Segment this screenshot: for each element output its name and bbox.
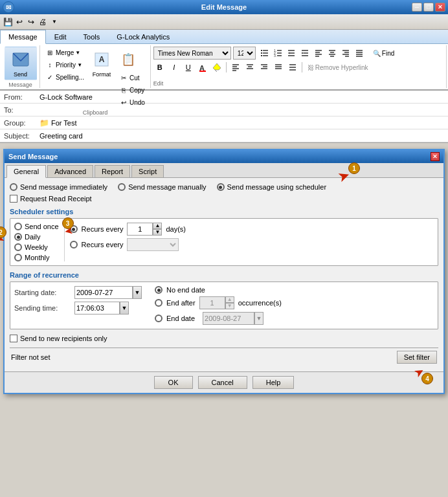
recurs-every2-select[interactable] [127,238,179,251]
highlight-button[interactable] [210,61,223,74]
qa-undo-icon[interactable]: ↩ [14,17,25,27]
monthly-option[interactable]: Monthly [14,254,59,261]
read-receipt-checkbox[interactable] [10,195,17,203]
qa-save-icon[interactable]: 💾 [3,17,13,27]
end-after-input[interactable]: 1 [199,296,225,309]
cut-button[interactable]: ✂ Cut [117,72,148,83]
tab-report[interactable]: Report [95,165,130,177]
list-unordered-button[interactable] [258,47,271,60]
format-button[interactable]: A Format [89,47,115,80]
remove-hyperlink-button[interactable]: ⛓ Remove Hyperlink [305,63,371,72]
daily-radio[interactable] [14,233,22,241]
end-date-dropdown[interactable]: ▼ [254,312,263,325]
to-input[interactable] [39,106,444,114]
starting-date-control: ▼ [74,286,142,299]
font-color-button[interactable]: A [196,61,209,74]
recurs-every-up[interactable]: ▲ [153,223,162,229]
recurs-every-spin-buttons: ▲ ▼ [153,223,162,236]
align-left-button[interactable] [312,47,325,60]
merge-button[interactable]: ⊞ Merge ▼ [43,47,87,58]
end-date-row: End date ▼ [155,312,282,325]
set-filter-button[interactable]: Set filter [397,351,437,364]
help-button[interactable]: Help [252,376,295,389]
range-box: Starting date: ▼ Sending time: ▼ [10,282,438,329]
underline-button[interactable]: U [182,61,195,74]
font-size-select[interactable]: 12 [233,47,256,60]
end-after-radio[interactable] [155,299,162,307]
send-new-recipients-option[interactable]: Send to new recipients only [10,335,438,342]
recurs-every2-radio[interactable] [70,241,78,248]
send-immediately-radio[interactable] [10,183,17,191]
recurs-every-unit: day(s) [166,225,186,233]
weekly-option[interactable]: Weekly [14,243,59,251]
italic-button[interactable]: I [168,61,181,74]
end-date-radio[interactable] [155,315,162,322]
range-right: No end date End after 1 ▲ ▼ [155,286,282,325]
qa-dropdown-icon[interactable]: ▼ [49,17,60,27]
send-immediately-option[interactable]: Send message immediately [10,183,107,191]
align-right-button[interactable] [339,47,352,60]
no-end-date-radio[interactable] [155,286,162,294]
list-ordered-button[interactable]: 1.2.3. [271,47,284,60]
sending-time-input[interactable] [74,302,120,315]
read-receipt-option[interactable]: Request Read Receipt [10,195,438,203]
spelling-button[interactable]: ✓ Spelling... [43,71,87,83]
align-left-btn2[interactable] [229,61,242,74]
priority-button[interactable]: ↕ Priority ▼ [43,59,87,71]
decrease-indent-button[interactable] [285,47,298,60]
send-scheduler-radio[interactable] [217,183,225,191]
increase-indent-button[interactable] [298,47,311,60]
send-once-option[interactable]: Send once [14,223,59,230]
cancel-button[interactable]: Cancel [198,376,247,389]
tab-analytics[interactable]: G-Lock Analytics [108,30,178,43]
tab-message[interactable]: Message [0,30,46,44]
ribbon-content: Send Message ⊞ Merge ▼ ↕ Priority ▼ [0,44,448,89]
qa-save2-icon[interactable]: 🖨 [38,17,48,27]
recurs-area: Recurs every 1 ▲ ▼ day(s) [70,223,434,261]
send-once-radio[interactable] [14,223,22,230]
recurs-every-down[interactable]: ▼ [153,229,162,236]
recurs-every-label: Recurs every [82,225,124,233]
send-new-recipients-checkbox[interactable] [10,335,17,342]
daily-option[interactable]: Daily ➤ 2 [14,233,59,241]
starting-date-dropdown[interactable]: ▼ [133,286,142,299]
recurs-every-input[interactable]: 1 [127,223,153,236]
end-date-input[interactable] [203,312,254,325]
group-value: For Test [51,119,444,127]
sending-time-dropdown[interactable]: ▼ [120,302,129,315]
tab-edit[interactable]: Edit [46,30,75,43]
close-button[interactable]: ✕ [435,3,445,12]
send-new-recipients-label: Send to new recipients only [20,335,107,342]
send-manually-option[interactable]: Send message manually [118,183,206,191]
send-manually-radio[interactable] [118,183,126,191]
justify-btn2[interactable] [272,61,285,74]
justify-button[interactable] [353,47,366,60]
font-family-select[interactable]: Times New Roman [153,47,231,60]
align-center-btn2[interactable] [243,61,256,74]
minimize-button[interactable]: ─ [412,3,422,12]
end-after-up[interactable]: ▲ [225,296,234,303]
dialog-title-text: Send Message [8,153,58,160]
starting-date-input[interactable] [74,286,133,299]
tab-tools[interactable]: Tools [75,30,109,43]
tab-advanced[interactable]: Advanced [47,165,93,177]
bold-button[interactable]: B [153,61,166,74]
find-button[interactable]: 🔍 Find [370,49,397,58]
end-after-down[interactable]: ▼ [225,303,234,309]
align-right-btn2[interactable] [258,61,271,74]
tab-script[interactable]: Script [131,165,164,177]
paste-button[interactable]: 📋 [117,48,140,71]
more-format-button[interactable] [286,61,299,74]
tab-general[interactable]: General [6,165,46,178]
send-button[interactable]: Send [5,47,37,80]
ok-button[interactable]: OK [154,376,193,389]
send-scheduler-option[interactable]: Send message using scheduler [217,183,326,191]
monthly-radio[interactable] [14,254,22,261]
dialog-close-button[interactable]: ✕ [431,152,440,161]
qa-redo-icon[interactable]: ↪ [26,17,36,27]
maximize-button[interactable]: □ [423,3,434,12]
align-center-button[interactable] [326,47,339,60]
weekly-radio[interactable] [14,243,22,251]
formatting-row: B I U A [153,61,371,74]
subject-input[interactable] [39,132,444,140]
